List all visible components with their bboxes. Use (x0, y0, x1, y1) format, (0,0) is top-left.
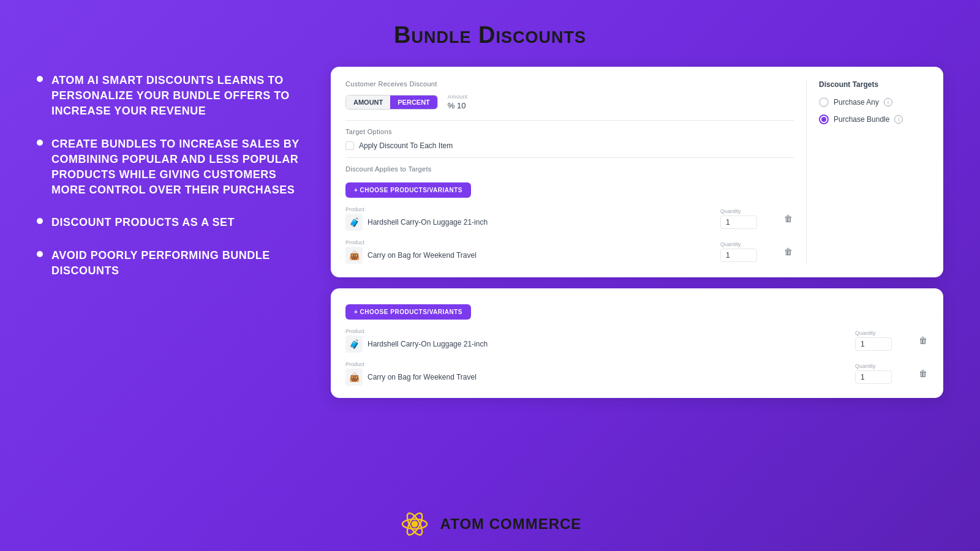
quantity-field-1: Quantity (720, 208, 778, 229)
radio-circle-bundle (819, 114, 829, 124)
quantity-field-2: Quantity (720, 241, 778, 262)
radio-inner-bundle (821, 117, 826, 122)
card2-qty-input-1[interactable] (855, 337, 892, 351)
radio-purchase-bundle[interactable]: Purchase Bundle i (819, 114, 929, 124)
page-title: Bundle Discounts (0, 22, 980, 48)
amount-field: Amount % 10 (448, 94, 468, 110)
qty-input-2[interactable] (720, 249, 757, 262)
list-item: ATOM AI SMART DISCOUNTS LEARNS TO PERSON… (37, 73, 306, 119)
radio-any-label: Purchase Any (834, 98, 879, 107)
card-1: Customer Receives Discount AMOUNT PERCEN… (331, 67, 943, 277)
quantity-section-1: Quantity 🗑 (720, 208, 794, 229)
product-section-1: Product 🧳 Hardshell Carry-On Luggage 21-… (345, 206, 712, 231)
bullet-text: CREATE BUNDLES TO INCREASE SALES BY COMB… (51, 137, 306, 198)
info-icon-any[interactable]: i (884, 98, 892, 107)
card-top-layout: Customer Receives Discount AMOUNT PERCEN… (345, 80, 929, 264)
card2-luggage-icon: 🧳 (345, 335, 363, 353)
discount-targets-title: Discount Targets (819, 80, 929, 89)
delete-product-1-button[interactable]: 🗑 (783, 212, 794, 225)
product-row-1: Product 🧳 Hardshell Carry-On Luggage 21-… (345, 206, 794, 231)
bullet-text: AVOID POORLY PERFORMING BUNDLE DISCOUNTS (51, 248, 306, 279)
card-2: + CHOOSE PRODUCTS/VARIANTS Product 🧳 Har… (331, 288, 943, 398)
divider (345, 157, 794, 158)
radio-bundle-label: Purchase Bundle (834, 115, 889, 124)
right-panel: Customer Receives Discount AMOUNT PERCEN… (331, 61, 943, 398)
product-content-1: 🧳 Hardshell Carry-On Luggage 21-inch (345, 214, 712, 231)
card2-quantity-field-2: Quantity (855, 363, 913, 384)
info-icon-bundle[interactable]: i (894, 115, 903, 124)
amount-value: % 10 (448, 101, 468, 110)
product-name-1: Hardshell Carry-On Luggage 21-inch (368, 218, 488, 227)
page-header: Bundle Discounts (0, 0, 980, 61)
bullet-text: DISCOUNT PRODUCTS AS A SET (51, 215, 235, 230)
product-label-2: Product (345, 239, 712, 246)
percent-button[interactable]: PERCENT (390, 96, 437, 109)
bullet-text: ATOM AI SMART DISCOUNTS LEARNS TO PERSON… (51, 73, 306, 119)
radio-circle-any (819, 97, 829, 107)
card2-bag-icon: 👜 (345, 369, 363, 386)
target-options-section: Target Options Apply Discount To Each It… (345, 128, 794, 150)
brand-name: ATOM COMMERCE (440, 515, 582, 533)
target-options-label: Target Options (345, 128, 794, 135)
card2-delete-product-1-button[interactable]: 🗑 (918, 334, 929, 347)
atom-logo-icon (399, 508, 431, 540)
card2-qty-input-2[interactable] (855, 370, 892, 384)
card-left-section: Customer Receives Discount AMOUNT PERCEN… (345, 80, 794, 264)
qty-label-1: Quantity (720, 208, 778, 214)
card2-quantity-section-2: Quantity 🗑 (855, 363, 929, 384)
product-content-2: 👜 Carry on Bag for Weekend Travel (345, 247, 712, 264)
divider (345, 120, 794, 121)
toggle-button-group: AMOUNT PERCENT (345, 95, 438, 110)
card2-product-label-1: Product (345, 328, 846, 334)
card2-qty-label-2: Quantity (855, 363, 913, 369)
card2-product-section-1: Product 🧳 Hardshell Carry-On Luggage 21-… (345, 328, 846, 353)
choose-products-button-2[interactable]: + CHOOSE PRODUCTS/VARIANTS (345, 304, 471, 320)
checkbox-row: Apply Discount To Each Item (345, 141, 794, 150)
qty-input-1[interactable] (720, 216, 757, 229)
discount-applies-label: Discount Applies to Targets (345, 165, 794, 173)
left-panel: ATOM AI SMART DISCOUNTS LEARNS TO PERSON… (37, 61, 306, 279)
card2-product-content-2: 👜 Carry on Bag for Weekend Travel (345, 369, 846, 386)
customer-receives-label: Customer Receives Discount (345, 80, 794, 88)
card2-product-content-1: 🧳 Hardshell Carry-On Luggage 21-inch (345, 335, 846, 353)
card2-qty-label-1: Quantity (855, 330, 913, 336)
product-section-2: Product 👜 Carry on Bag for Weekend Trave… (345, 239, 712, 264)
list-item: CREATE BUNDLES TO INCREASE SALES BY COMB… (37, 137, 306, 198)
list-item: DISCOUNT PRODUCTS AS A SET (37, 215, 306, 230)
card2-quantity-field-1: Quantity (855, 330, 913, 351)
card2-product-label-2: Product (345, 361, 846, 367)
bullet-dot (37, 140, 43, 146)
luggage-icon: 🧳 (345, 214, 363, 231)
amount-row: AMOUNT PERCENT Amount % 10 (345, 94, 794, 110)
bullet-dot (37, 218, 43, 224)
card2-product-section-2: Product 👜 Carry on Bag for Weekend Trave… (345, 361, 846, 386)
quantity-section-2: Quantity 🗑 (720, 241, 794, 262)
card2-quantity-section-1: Quantity 🗑 (855, 330, 929, 351)
apply-checkbox[interactable] (345, 141, 354, 150)
product-name-2: Carry on Bag for Weekend Travel (368, 251, 477, 260)
apply-checkbox-label: Apply Discount To Each Item (359, 141, 453, 150)
radio-purchase-any[interactable]: Purchase Any i (819, 97, 929, 107)
discount-targets-section: Discount Targets Purchase Any i Purchase… (806, 80, 929, 264)
product-label-1: Product (345, 206, 712, 212)
card2-product-name-1: Hardshell Carry-On Luggage 21-inch (368, 340, 488, 348)
bag-icon: 👜 (345, 247, 363, 264)
card2-product-row-2: Product 👜 Carry on Bag for Weekend Trave… (345, 361, 929, 386)
card2-product-name-2: Carry on Bag for Weekend Travel (368, 373, 477, 381)
delete-product-2-button[interactable]: 🗑 (783, 246, 794, 258)
bullet-dot (37, 76, 43, 82)
bullet-dot (37, 251, 43, 257)
footer: ATOM COMMERCE (399, 501, 582, 551)
amount-button[interactable]: AMOUNT (346, 96, 390, 109)
choose-products-button[interactable]: + CHOOSE PRODUCTS/VARIANTS (345, 182, 471, 198)
card2-product-row-1: Product 🧳 Hardshell Carry-On Luggage 21-… (345, 328, 929, 353)
qty-label-2: Quantity (720, 241, 778, 247)
svg-point-0 (412, 521, 418, 527)
main-content: ATOM AI SMART DISCOUNTS LEARNS TO PERSON… (0, 61, 980, 501)
list-item: AVOID POORLY PERFORMING BUNDLE DISCOUNTS (37, 248, 306, 279)
amount-field-label: Amount (448, 94, 468, 100)
card2-delete-product-2-button[interactable]: 🗑 (918, 367, 929, 380)
bullet-list: ATOM AI SMART DISCOUNTS LEARNS TO PERSON… (37, 73, 306, 279)
product-row-2: Product 👜 Carry on Bag for Weekend Trave… (345, 239, 794, 264)
